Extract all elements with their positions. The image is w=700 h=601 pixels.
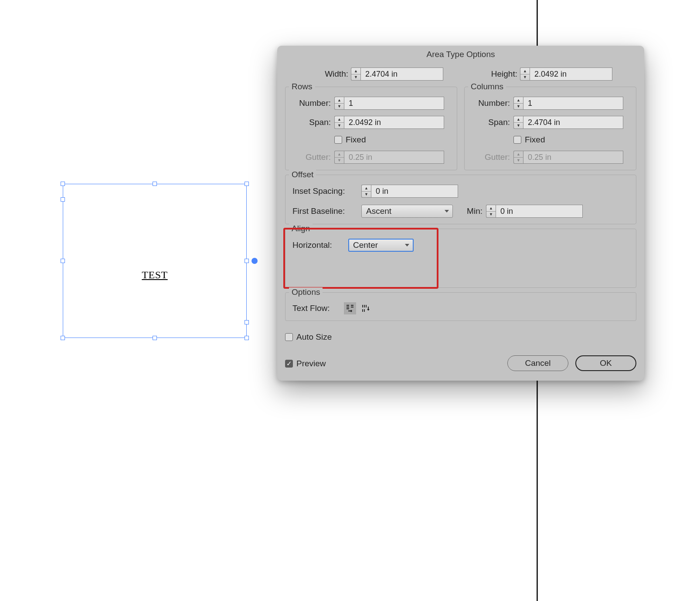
auto-size-label: Auto Size bbox=[296, 332, 332, 342]
columns-fixed-label: Fixed bbox=[525, 135, 545, 145]
align-group: Align Horizontal: Center bbox=[285, 229, 636, 288]
rows-gutter-input: 0.25 in bbox=[344, 151, 444, 164]
text-frame-content[interactable]: TEST bbox=[142, 269, 167, 281]
rows-fixed-checkbox[interactable]: Fixed bbox=[334, 135, 366, 145]
frame-handle-tm[interactable] bbox=[153, 182, 157, 186]
rows-fixed-label: Fixed bbox=[346, 135, 366, 145]
rows-number-spin-buttons[interactable]: ▲▼ bbox=[334, 97, 344, 110]
frame-overflow-port[interactable] bbox=[251, 258, 258, 264]
area-type-options-dialog: Area Type Options Width: ▲▼ 2.4704 in He… bbox=[277, 46, 644, 381]
columns-legend: Columns bbox=[468, 82, 506, 91]
frame-handle-bl[interactable] bbox=[61, 336, 65, 340]
rows-span-spin-buttons[interactable]: ▲▼ bbox=[334, 116, 344, 129]
horizontal-label: Horizontal: bbox=[292, 240, 345, 250]
text-flow-horizontal-icon bbox=[345, 304, 355, 313]
align-legend: Align bbox=[289, 224, 313, 233]
first-baseline-select[interactable]: Ascent bbox=[361, 205, 453, 218]
ok-button[interactable]: OK bbox=[575, 355, 636, 371]
height-stepper[interactable]: ▲▼ 2.0492 in bbox=[520, 68, 612, 81]
columns-number-input[interactable]: 1 bbox=[523, 97, 623, 110]
columns-group: Columns Number: ▲▼ 1 Span: ▲▼ 2.4704 in bbox=[464, 87, 636, 170]
auto-size-checkbox[interactable]: Auto Size bbox=[285, 332, 332, 342]
width-label: Width: bbox=[309, 69, 348, 79]
cancel-button[interactable]: Cancel bbox=[507, 355, 568, 371]
columns-span-spin-buttons[interactable]: ▲▼ bbox=[513, 116, 523, 129]
columns-fixed-checkbox[interactable]: Fixed bbox=[513, 135, 545, 145]
preview-label: Preview bbox=[296, 359, 326, 368]
frame-in-port[interactable] bbox=[61, 197, 65, 202]
height-spin-buttons[interactable]: ▲▼ bbox=[520, 68, 530, 81]
rows-group: Rows Number: ▲▼ 1 Span: ▲▼ 2.0492 in bbox=[285, 87, 457, 170]
dialog-title: Area Type Options bbox=[277, 46, 644, 63]
columns-gutter-spin-buttons: ▲▼ bbox=[513, 151, 523, 164]
horizontal-align-select[interactable]: Center bbox=[348, 239, 414, 252]
frame-handle-br[interactable] bbox=[245, 336, 249, 340]
text-flow-vertical-button[interactable] bbox=[360, 302, 372, 314]
options-legend: Options bbox=[289, 287, 323, 297]
rows-gutter-stepper: ▲▼ 0.25 in bbox=[334, 151, 444, 164]
preview-checkbox[interactable]: ✓ Preview bbox=[285, 359, 326, 368]
checkbox-icon: ✓ bbox=[285, 360, 293, 368]
frame-handle-tl[interactable] bbox=[61, 182, 65, 186]
min-spin-buttons[interactable]: ▲▼ bbox=[486, 205, 496, 218]
inset-spacing-label: Inset Spacing: bbox=[292, 186, 358, 196]
min-label: Min: bbox=[456, 206, 483, 216]
width-input[interactable]: 2.4704 in bbox=[360, 68, 443, 81]
text-frame[interactable]: TEST bbox=[63, 184, 247, 338]
inset-spacing-input[interactable]: 0 in bbox=[371, 185, 458, 198]
rows-span-label: Span: bbox=[292, 118, 331, 127]
checkbox-icon bbox=[285, 333, 293, 341]
horizontal-align-value: Center bbox=[353, 240, 378, 250]
ok-button-label: OK bbox=[600, 358, 612, 368]
rows-span-input[interactable]: 2.0492 in bbox=[344, 116, 444, 129]
columns-span-stepper[interactable]: ▲▼ 2.4704 in bbox=[513, 116, 623, 129]
columns-gutter-stepper: ▲▼ 0.25 in bbox=[513, 151, 623, 164]
text-flow-horizontal-button[interactable] bbox=[344, 302, 356, 314]
text-flow-label: Text Flow: bbox=[292, 304, 340, 313]
cancel-button-label: Cancel bbox=[525, 358, 550, 368]
frame-handle-ml[interactable] bbox=[61, 259, 65, 263]
inset-spacing-spin-buttons[interactable]: ▲▼ bbox=[361, 185, 371, 198]
columns-span-input[interactable]: 2.4704 in bbox=[523, 116, 623, 129]
checkbox-icon bbox=[334, 136, 342, 144]
min-stepper[interactable]: ▲▼ 0 in bbox=[486, 205, 583, 218]
frame-out-port-box[interactable] bbox=[245, 320, 249, 324]
columns-number-stepper[interactable]: ▲▼ 1 bbox=[513, 97, 623, 110]
frame-handle-tr[interactable] bbox=[245, 182, 249, 186]
height-input[interactable]: 2.0492 in bbox=[530, 68, 612, 81]
rows-span-stepper[interactable]: ▲▼ 2.0492 in bbox=[334, 116, 444, 129]
width-spin-buttons[interactable]: ▲▼ bbox=[351, 68, 360, 81]
checkbox-icon bbox=[513, 136, 521, 144]
rows-number-stepper[interactable]: ▲▼ 1 bbox=[334, 97, 444, 110]
sample-text: TEST bbox=[142, 269, 167, 280]
rows-gutter-spin-buttons: ▲▼ bbox=[334, 151, 344, 164]
offset-legend: Offset bbox=[289, 170, 316, 179]
height-label: Height: bbox=[443, 69, 517, 79]
width-stepper[interactable]: ▲▼ 2.4704 in bbox=[351, 68, 443, 81]
options-group: Options Text Flow: bbox=[285, 292, 636, 321]
rows-gutter-label: Gutter: bbox=[292, 152, 331, 162]
frame-handle-mr[interactable] bbox=[245, 259, 249, 263]
columns-span-label: Span: bbox=[472, 118, 510, 127]
text-flow-vertical-icon bbox=[361, 304, 370, 313]
first-baseline-label: First Baseline: bbox=[292, 206, 358, 216]
rows-number-label: Number: bbox=[292, 98, 331, 108]
rows-number-input[interactable]: 1 bbox=[344, 97, 444, 110]
rows-legend: Rows bbox=[289, 82, 315, 91]
frame-handle-bm[interactable] bbox=[153, 336, 157, 340]
columns-gutter-input: 0.25 in bbox=[523, 151, 623, 164]
columns-number-label: Number: bbox=[472, 98, 510, 108]
columns-gutter-label: Gutter: bbox=[472, 152, 510, 162]
columns-number-spin-buttons[interactable]: ▲▼ bbox=[513, 97, 523, 110]
min-input[interactable]: 0 in bbox=[496, 205, 583, 218]
first-baseline-value: Ascent bbox=[366, 206, 391, 216]
inset-spacing-stepper[interactable]: ▲▼ 0 in bbox=[361, 185, 458, 198]
offset-group: Offset Inset Spacing: ▲▼ 0 in First Base… bbox=[285, 175, 636, 224]
